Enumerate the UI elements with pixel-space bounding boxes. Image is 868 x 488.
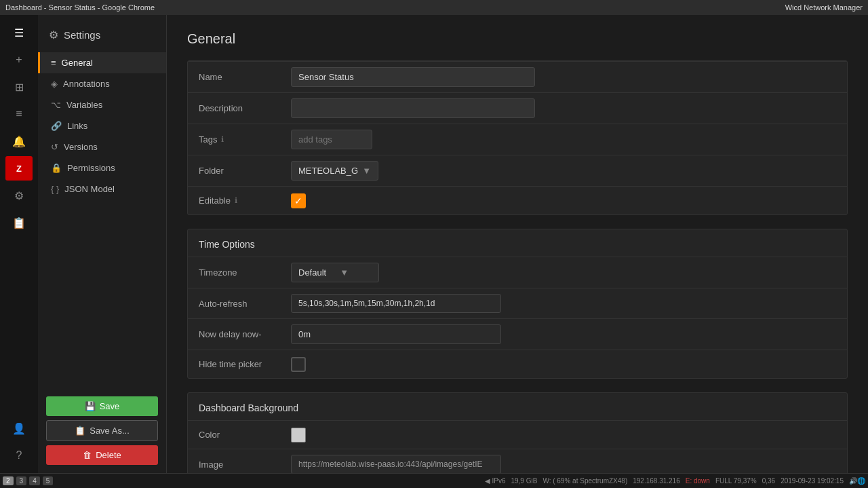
save-button[interactable]: 💾 Save — [46, 396, 158, 416]
main-content: General Name Description Tags — [167, 15, 868, 473]
hide-timepicker-value-cell — [283, 352, 847, 377]
sidebar-item-permissions[interactable]: 🔒 Permissions — [38, 157, 166, 179]
image-value-cell — [283, 449, 847, 473]
save-icon: 💾 — [85, 401, 96, 411]
editable-row: Editable ℹ ✓ — [188, 186, 847, 214]
status-bar: 2 3 4 5 ◀ IPv6 19,9 GiB W: ( 69% at Spec… — [0, 473, 868, 488]
timezone-value: Default — [298, 267, 326, 278]
name-input[interactable] — [291, 67, 535, 87]
now-delay-value-cell — [283, 319, 847, 350]
links-icon: 🔗 — [51, 121, 62, 131]
folder-row: Folder METEOLAB_G ▼ — [188, 155, 847, 186]
name-row: Name — [188, 61, 847, 92]
image-label: Image — [188, 453, 283, 474]
name-label: Name — [188, 65, 283, 89]
name-value-cell — [283, 62, 847, 92]
workspace-2[interactable]: 2 — [3, 476, 14, 485]
folder-chevron-icon: ▼ — [362, 166, 371, 176]
json-model-icon: { } — [51, 184, 59, 194]
user-avatar[interactable]: 👤 — [5, 416, 33, 440]
tags-info-icon[interactable]: ℹ — [221, 135, 224, 144]
settings-icon-button[interactable]: ⚙ — [5, 183, 33, 208]
delete-button[interactable]: 🗑 Delete — [46, 445, 158, 465]
sidebar-item-label-json-model: JSON Model — [64, 184, 115, 194]
sidebar-item-links[interactable]: 🔗 Links — [38, 115, 166, 136]
help-icon-button[interactable]: ? — [5, 443, 33, 468]
editable-info-icon[interactable]: ℹ — [235, 196, 237, 205]
timezone-select[interactable]: Default ▼ — [291, 263, 379, 282]
sidebar-title: Settings — [64, 29, 100, 41]
autorefresh-label: Auto-refresh — [188, 292, 283, 316]
timezone-value-cell: Default ▼ — [283, 257, 847, 288]
workspace-4[interactable]: 4 — [29, 476, 40, 485]
description-input[interactable] — [291, 98, 535, 118]
timezone-label: Timezone — [188, 261, 283, 284]
icon-bar: ☰ + ⊞ ≡ 🔔 Z ⚙ 📋 👤 ? — [0, 15, 38, 473]
sidebar-item-label-permissions: Permissions — [67, 163, 115, 173]
tags-input[interactable]: add tags — [291, 130, 372, 149]
sidebar-item-general[interactable]: ≡ General — [38, 52, 166, 73]
folder-value-cell: METEOLAB_G ▼ — [283, 155, 847, 186]
autorefresh-input[interactable]: 5s,10s,30s,1m,5m,15m,30m,1h,2h,1d — [291, 294, 501, 313]
annotations-icon: ◈ — [51, 79, 58, 89]
image-url-input[interactable] — [291, 455, 501, 473]
net-status: E: down — [686, 477, 710, 485]
sidebar-item-annotations[interactable]: ◈ Annotations — [38, 73, 166, 94]
workspace-5[interactable]: 5 — [43, 476, 54, 485]
dashboard-background-section: Dashboard Background Color Image — [187, 392, 848, 473]
hide-timepicker-checkbox[interactable] — [291, 357, 306, 372]
menu-icon-button[interactable]: ☰ — [5, 20, 33, 45]
sidebar: ⚙ Settings ≡ General ◈ Annotations ⌥ Var… — [38, 15, 167, 473]
zabbix-icon-button[interactable]: Z — [5, 156, 33, 181]
folder-select[interactable]: METEOLAB_G ▼ — [291, 161, 378, 181]
general-section: Name Description Tags ℹ — [187, 60, 848, 215]
app-body: ☰ + ⊞ ≡ 🔔 Z ⚙ 📋 👤 ? ⚙ Settings ≡ General… — [0, 15, 868, 473]
sidebar-buttons: 💾 Save 📋 Save As... 🗑 Delete — [38, 388, 166, 473]
status-bar-right: ◀ IPv6 19,9 GiB W: ( 69% at SpectrumZX48… — [485, 477, 865, 485]
now-delay-input[interactable] — [291, 324, 501, 344]
editable-checkbox[interactable]: ✓ — [291, 193, 306, 208]
tags-placeholder: add tags — [298, 134, 332, 145]
tags-value-cell: add tags — [283, 124, 847, 155]
description-value-cell — [283, 93, 847, 124]
title-bar-left: Dashboard - Sensor Status - Google Chrom… — [5, 3, 155, 12]
clipboard-icon-button[interactable]: 📋 — [5, 210, 33, 235]
now-delay-row: Now delay now- — [188, 318, 847, 350]
grid-icon-button[interactable]: ⊞ — [5, 75, 33, 99]
sidebar-item-versions[interactable]: ↺ Versions — [38, 136, 166, 157]
time-options-section: Time Options Timezone Default ▼ Auto-ref… — [187, 229, 848, 379]
net-ipv6: ◀ IPv6 — [485, 477, 506, 485]
datetime: 2019-09-23 19:02:15 — [781, 477, 844, 485]
list-icon-button[interactable]: ≡ — [5, 102, 33, 126]
autorefresh-value-cell: 5s,10s,30s,1m,5m,15m,30m,1h,2h,1d — [283, 288, 847, 318]
image-row: Image — [188, 449, 847, 473]
tags-label: Tags ℹ — [188, 128, 283, 151]
color-swatch[interactable] — [291, 428, 306, 443]
save-as-icon: 📋 — [75, 426, 85, 436]
timezone-row: Timezone Default ▼ — [188, 257, 847, 288]
color-label: Color — [188, 423, 283, 447]
sidebar-item-json-model[interactable]: { } JSON Model — [38, 179, 166, 200]
notifications-icon-button[interactable]: 🔔 — [5, 129, 33, 153]
versions-icon: ↺ — [51, 142, 58, 152]
title-bar: Dashboard - Sensor Status - Google Chrom… — [0, 0, 868, 15]
sidebar-item-label-variables: Variables — [66, 100, 102, 110]
editable-value-cell: ✓ — [283, 188, 847, 214]
folder-label: Folder — [188, 159, 283, 183]
system-icons: 🔊🌐 — [849, 477, 865, 485]
dashboard-background-title: Dashboard Background — [188, 393, 847, 420]
sidebar-header: ⚙ Settings — [38, 23, 166, 52]
general-icon: ≡ — [51, 58, 56, 68]
disk-info: 19,9 GiB — [511, 477, 537, 485]
sidebar-item-label-links: Links — [67, 121, 87, 131]
gear-icon: ⚙ — [49, 29, 58, 41]
description-row: Description — [188, 92, 847, 124]
workspace-3[interactable]: 3 — [16, 476, 27, 485]
status-bar-left: 2 3 4 5 — [3, 476, 53, 485]
sidebar-item-variables[interactable]: ⌥ Variables — [38, 94, 166, 115]
autorefresh-value: 5s,10s,30s,1m,5m,15m,30m,1h,2h,1d — [298, 299, 435, 308]
autorefresh-row: Auto-refresh 5s,10s,30s,1m,5m,15m,30m,1h… — [188, 288, 847, 318]
save-as-button[interactable]: 📋 Save As... — [46, 420, 158, 441]
title-bar-right: Wicd Network Manager — [785, 3, 863, 12]
add-icon-button[interactable]: + — [5, 48, 33, 72]
